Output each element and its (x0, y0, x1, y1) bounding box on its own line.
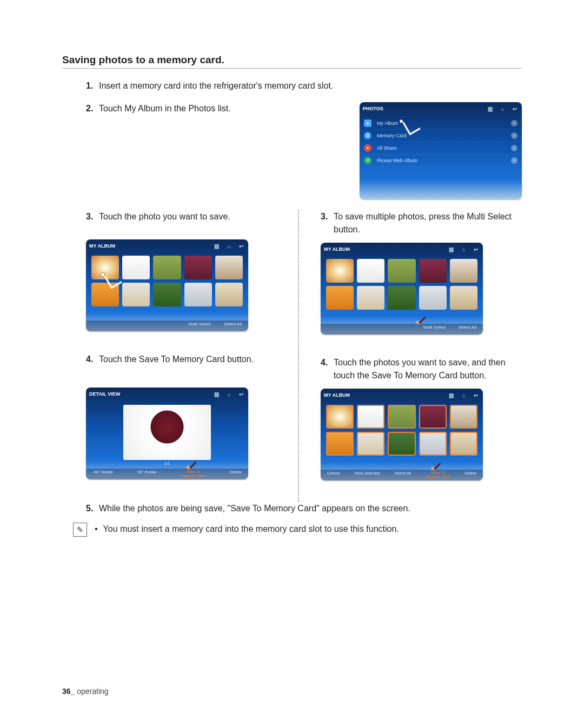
photo-thumbnail-selected[interactable] (326, 405, 354, 429)
photo-thumbnail-selected[interactable] (388, 405, 415, 429)
photo-thumbnail-selected[interactable] (388, 432, 415, 456)
memcard-icon[interactable]: ▥ (213, 243, 221, 249)
photo-thumbnail[interactable] (326, 286, 354, 310)
multi-select-button[interactable]: Multi Select (423, 325, 446, 333)
allshare-icon: ● (364, 144, 371, 152)
photo-counter: 1/1 (86, 461, 248, 466)
step-text: Insert a memory card into the refrigerat… (99, 79, 333, 92)
photo-thumbnail[interactable] (153, 283, 181, 306)
home-icon[interactable]: ⌂ (460, 246, 467, 252)
chevron-right-icon: › (511, 157, 517, 164)
photo-thumbnail[interactable] (419, 259, 447, 283)
photo-thumbnail-selected[interactable] (357, 405, 384, 429)
back-icon[interactable]: ↩ (472, 392, 480, 398)
photo-thumbnail-selected[interactable] (419, 405, 447, 429)
chevron-right-icon: › (511, 145, 517, 151)
photo-thumbnail-selected[interactable] (419, 432, 447, 456)
screenshot-album-grid-left: MY ALBUM ▥ ⌂ ↩ (86, 239, 248, 331)
photo-thumbnail-selected[interactable] (450, 405, 477, 429)
step-text: Touch the photo you want to save. (99, 210, 291, 223)
delete-button[interactable]: Delete (464, 471, 476, 479)
photo-thumbnail[interactable] (357, 259, 384, 283)
step-text: To save multiple photos, press the Multi… (334, 210, 526, 236)
save-to-memory-button[interactable]: Save To Memory Card (181, 470, 205, 478)
screen-title: PHOTOS (363, 106, 483, 111)
home-icon[interactable]: ⌂ (460, 392, 467, 398)
list-label: Picasa Web Album (377, 158, 511, 163)
step-number: 4. (321, 356, 334, 369)
photo-thumbnail[interactable] (184, 283, 212, 306)
select-all-button[interactable]: Select All (224, 322, 242, 330)
multi-select-button[interactable]: Multi Select (189, 322, 211, 330)
photo-thumbnail[interactable] (419, 286, 447, 310)
photo-thumbnail[interactable] (450, 259, 477, 283)
screen-title: MY ALBUM (324, 392, 444, 398)
step-4-right: 4. Touch the photos you want to save, an… (321, 356, 526, 382)
list-label: Memory Card (377, 133, 511, 138)
step-5: 5. While the photos are being save, "Sav… (86, 502, 522, 515)
photo-thumbnail[interactable] (153, 256, 181, 279)
photos-list-item-allshare[interactable]: ● All Share › (363, 142, 519, 155)
note-row: ✎ • You must insert a memory card into t… (73, 523, 522, 537)
photos-list-item-myalbum[interactable]: ▲ My Album › (363, 117, 519, 130)
photo-thumbnail[interactable] (215, 283, 243, 306)
memcard-icon[interactable]: ▥ (487, 106, 494, 112)
memorycard-icon: ▥ (364, 132, 371, 139)
footer-section: operating (75, 687, 108, 696)
step-text: While the photos are being save, "Save T… (99, 502, 410, 515)
memcard-icon[interactable]: ▥ (213, 391, 221, 397)
photo-thumbnail-selected[interactable] (450, 432, 477, 456)
home-icon[interactable]: ⌂ (499, 106, 506, 112)
chevron-right-icon: › (511, 132, 517, 139)
screen-title: DETAIL VIEW (89, 391, 210, 397)
cancel-button[interactable]: Cancel (327, 471, 340, 479)
note-icon: ✎ (73, 523, 87, 537)
photo-icon: ▲ (364, 119, 371, 127)
step-number: 5. (86, 502, 99, 515)
step-3-left: 3. Touch the photo you want to save. (86, 210, 291, 223)
save-to-memory-button[interactable]: Save To Memory Card (426, 471, 450, 479)
back-icon[interactable]: ↩ (237, 391, 245, 397)
step-text: Touch the photos you want to save, and t… (334, 356, 526, 382)
memcard-icon[interactable]: ▥ (448, 246, 455, 252)
column-divider (297, 210, 299, 502)
photo-thumbnail-selected[interactable] (357, 432, 384, 456)
rotate-left-button[interactable]: -90° Rotate (92, 470, 113, 478)
photo-thumbnail[interactable] (326, 259, 354, 283)
photo-thumbnail[interactable] (184, 256, 212, 279)
photo-thumbnail-selected[interactable] (326, 432, 354, 456)
home-icon[interactable]: ⌂ (225, 391, 233, 397)
view-selected-button[interactable]: View Selected (354, 471, 380, 479)
screen-title: MY ALBUM (89, 243, 210, 249)
select-all-button[interactable]: Select All (394, 471, 411, 479)
step-number: 3. (321, 210, 334, 223)
photo-thumbnail[interactable] (357, 286, 384, 310)
delete-button[interactable]: Delete (230, 470, 242, 478)
photo-thumbnail[interactable] (122, 283, 150, 306)
section-title: Saving photos to a memory card. (62, 54, 522, 69)
photo-thumbnail[interactable] (388, 286, 415, 310)
rotate-right-button[interactable]: 90° Rotate (137, 470, 157, 478)
home-icon[interactable]: ⌂ (225, 243, 233, 249)
step-number: 4. (86, 353, 99, 366)
back-icon[interactable]: ↩ (472, 246, 480, 252)
photo-thumbnail[interactable] (388, 259, 415, 283)
screenshot-album-grid-right: MY ALBUM ▥ ⌂ ↩ (321, 243, 483, 335)
step-number: 3. (86, 210, 99, 223)
step-number: 2. (86, 102, 99, 115)
memcard-icon[interactable]: ▥ (448, 392, 455, 398)
photo-thumbnail[interactable] (122, 256, 150, 279)
screenshot-detail-view: DETAIL VIEW ▥ ⌂ ↩ 1/1 -90° Rotate 90° Ro… (86, 388, 248, 479)
back-icon[interactable]: ↩ (237, 243, 245, 249)
photos-list-item-picasa[interactable]: ◎ Picasa Web Album › (363, 155, 519, 167)
screenshot-photos-list: PHOTOS ▥ ⌂ ↩ ▲ My Album › ▥ Memory Card … (360, 102, 522, 199)
step-2: 2. Touch My Album in the Photos list. (86, 102, 289, 115)
select-all-button[interactable]: Select All (459, 325, 476, 333)
photos-list-item-memorycard[interactable]: ▥ Memory Card › (363, 130, 519, 142)
photo-thumbnail[interactable] (215, 256, 243, 279)
screenshot-album-select: MY ALBUM ▥ ⌂ ↩ (321, 389, 483, 480)
photo-thumbnail[interactable] (450, 286, 477, 310)
back-icon[interactable]: ↩ (511, 106, 519, 112)
photo-preview[interactable] (123, 405, 211, 460)
screen-title: MY ALBUM (324, 246, 444, 252)
